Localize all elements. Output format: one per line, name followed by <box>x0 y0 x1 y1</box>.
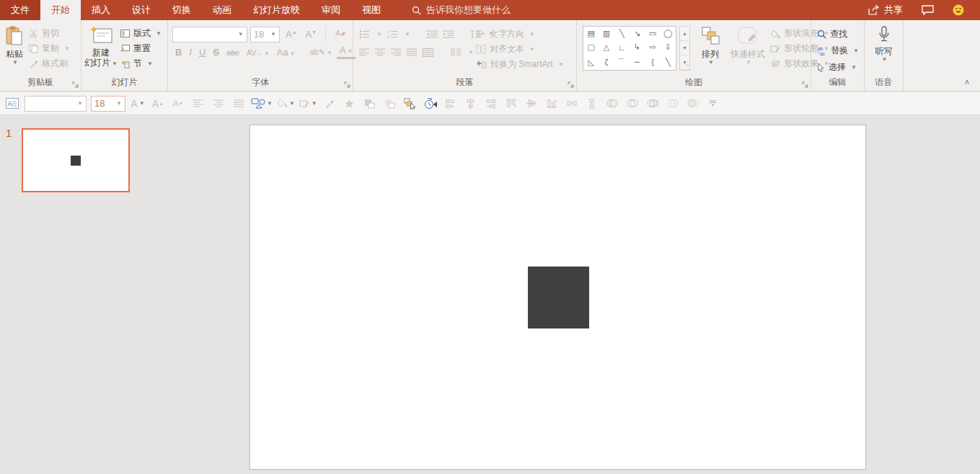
replace-button[interactable]: abac 替换 ▼ <box>817 43 864 58</box>
qb-align-left-icon[interactable] <box>190 95 206 112</box>
shape-freeform[interactable]: ◺ <box>583 55 599 70</box>
qb-align-objects-left-icon[interactable] <box>443 95 459 112</box>
qb-font-size-combo[interactable]: 18 ▼ <box>91 96 125 112</box>
strikethrough-button[interactable]: abc <box>224 48 242 58</box>
drawing-dialog-launcher-icon[interactable] <box>802 81 808 88</box>
align-center-icon[interactable] <box>375 48 385 56</box>
font-name-input[interactable] <box>176 30 235 40</box>
section-button[interactable]: 节 ▼ <box>120 56 162 71</box>
qb-align-center-icon[interactable] <box>211 95 226 112</box>
gallery-more-icon[interactable]: ▼̲ <box>680 55 689 70</box>
clipboard-dialog-launcher-icon[interactable] <box>72 81 79 88</box>
qb-format-painter-icon[interactable] <box>322 95 337 112</box>
shape-textbox[interactable]: ▤ <box>583 27 599 40</box>
smiley-feedback-icon[interactable] <box>953 4 964 16</box>
shapes-gallery[interactable]: ▤ ▥ ╲ ↘ ▭ ◯ ▢ △ ∟ ↳ ⇨ ⇩ ◺ ζ ⌒ ∼ { ╲ <box>583 26 676 71</box>
font-name-combo[interactable]: ▼ <box>172 27 247 43</box>
qb-insert-textbox-button[interactable]: A <box>4 95 20 112</box>
collapse-ribbon-icon[interactable]: ∧ <box>964 77 970 86</box>
qb-distribute-horizontal-icon[interactable] <box>564 95 580 112</box>
qb-quick-styles-icon[interactable] <box>342 95 358 112</box>
clear-formatting-button[interactable]: A <box>332 27 348 41</box>
tab-home[interactable]: 开始 <box>40 0 81 20</box>
tab-animations[interactable]: 动画 <box>202 0 242 20</box>
shape-diagonal-line[interactable]: ╲ <box>661 55 676 70</box>
shape-oval[interactable]: ◯ <box>661 27 676 40</box>
find-button[interactable]: 查找 <box>817 27 864 42</box>
italic-button[interactable]: I <box>186 46 195 58</box>
cut-button[interactable]: 剪切 <box>29 26 70 41</box>
qb-justify-icon[interactable] <box>231 95 247 112</box>
shape-triangle[interactable]: △ <box>599 40 614 54</box>
format-painter-button[interactable]: 格式刷 <box>29 56 70 71</box>
gallery-scroll-up-icon[interactable]: ▲ <box>680 27 689 41</box>
qb-font-name-input[interactable] <box>28 98 74 109</box>
tab-view[interactable]: 视图 <box>351 0 392 20</box>
numbering-icon[interactable]: 12 <box>387 30 398 39</box>
gallery-scroll-down-icon[interactable]: ▼ <box>680 41 689 55</box>
tab-file[interactable]: 文件 <box>0 0 40 20</box>
slide-thumbnail-1[interactable] <box>22 128 130 192</box>
paragraph-dialog-launcher-icon[interactable] <box>568 81 574 88</box>
shape-line[interactable]: ╲ <box>614 27 630 40</box>
font-dialog-launcher-icon[interactable] <box>344 81 350 88</box>
copy-button[interactable]: 复制 ▼ <box>29 41 70 56</box>
shapes-gallery-scrollbar[interactable]: ▲ ▼ ▼̲ <box>679 26 690 71</box>
decrease-font-size-button[interactable]: A▼ <box>303 28 320 40</box>
shape-vertical-textbox[interactable]: ▥ <box>599 27 614 40</box>
bold-button[interactable]: B <box>172 46 185 58</box>
qb-decrease-font-button[interactable]: A▼ <box>170 95 186 112</box>
shadow-button[interactable]: S <box>210 46 222 58</box>
shape-right-arrow[interactable]: ⇨ <box>645 40 660 54</box>
font-size-combo[interactable]: 18 ▼ <box>250 27 280 43</box>
tab-design[interactable]: 设计 <box>121 0 162 20</box>
qb-bring-forward-icon[interactable] <box>362 95 378 112</box>
qb-align-middle-icon[interactable] <box>524 95 539 112</box>
qb-align-top-icon[interactable] <box>503 95 519 112</box>
shape-rounded-rectangle[interactable]: ▢ <box>583 40 599 54</box>
shape-elbow-connector[interactable]: ∟ <box>614 40 630 54</box>
qb-selection-pane-button[interactable] <box>402 95 418 112</box>
quick-styles-button[interactable]: 快速样式 ▼ <box>727 20 769 79</box>
distribute-text-icon[interactable] <box>423 48 433 57</box>
justify-icon[interactable] <box>407 48 417 56</box>
shape-scribble[interactable]: ζ <box>599 55 614 70</box>
comment-icon[interactable] <box>922 5 934 15</box>
qb-shapes-button[interactable]: ▼ <box>251 95 273 112</box>
qb-font-color-button[interactable]: A▼ <box>130 95 146 112</box>
change-case-button[interactable]: Aa▼ <box>274 46 299 58</box>
qb-merge-union-icon[interactable] <box>604 95 620 112</box>
qb-merge-intersect-icon[interactable] <box>665 95 681 112</box>
shape-elbow-arrow-connector[interactable]: ↳ <box>630 40 645 54</box>
paste-button[interactable]: 粘贴 ▼ <box>0 20 29 79</box>
shape-arc[interactable]: ⌒ <box>614 55 630 70</box>
new-slide-button[interactable]: 新建 幻灯片▼ <box>81 20 120 79</box>
tab-transitions[interactable]: 切换 <box>162 0 202 20</box>
shape-brace[interactable]: { <box>645 55 660 70</box>
decrease-indent-icon[interactable] <box>426 30 438 39</box>
qb-merge-combine-icon[interactable] <box>624 95 640 112</box>
tell-me-search[interactable]: 告诉我你想要做什么 <box>412 0 511 20</box>
layout-button[interactable]: 版式 ▼ <box>120 26 162 41</box>
qb-distribute-vertical-icon[interactable] <box>584 95 600 112</box>
qb-align-objects-right-icon[interactable] <box>483 95 499 112</box>
qb-merge-subtract-icon[interactable] <box>685 95 701 112</box>
bullets-icon[interactable] <box>359 30 370 39</box>
shape-arrow[interactable]: ↘ <box>630 27 645 40</box>
qb-font-name-combo[interactable]: ▼ <box>25 96 87 112</box>
qb-align-objects-center-icon[interactable] <box>463 95 479 112</box>
shape-down-arrow[interactable]: ⇩ <box>661 40 676 54</box>
character-spacing-button[interactable]: AV↔▼ <box>244 48 273 58</box>
share-button[interactable]: 共享 <box>868 4 903 17</box>
convert-smartart-button[interactable]: 转换为 SmartArt ▼ <box>476 57 564 72</box>
select-button[interactable]: 选择 ▼ <box>817 60 864 75</box>
qb-shape-outline-icon[interactable]: ▼ <box>299 95 317 112</box>
slide-shape-square[interactable] <box>528 267 589 328</box>
columns-icon[interactable] <box>451 48 461 56</box>
qb-send-backward-icon[interactable] <box>382 95 398 112</box>
qb-shape-fill-icon[interactable]: ▼ <box>277 95 295 112</box>
reset-button[interactable]: 重置 <box>120 41 162 56</box>
align-text-button[interactable]: 对齐文本 ▼ <box>476 42 564 57</box>
arrange-button[interactable]: 排列 ▼ <box>694 20 727 79</box>
text-highlight-button[interactable]: ab✎▼ <box>306 47 335 58</box>
